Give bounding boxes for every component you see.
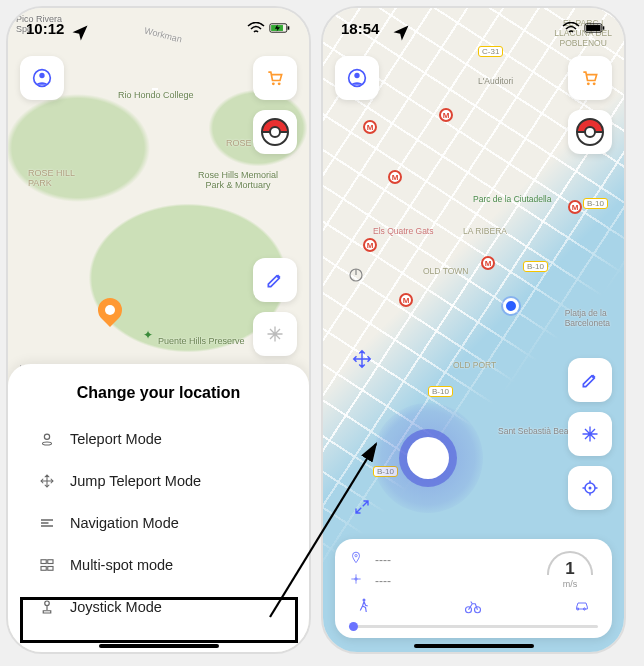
snowflake-button[interactable]: [253, 312, 297, 356]
expand-icon[interactable]: [353, 498, 371, 516]
speed-slider[interactable]: [349, 625, 598, 628]
metro-icon: M: [363, 238, 377, 252]
speed-gauge: 1 m/s: [542, 549, 598, 591]
mode-sheet: Change your location Teleport Mode Jump …: [8, 364, 309, 652]
car-icon[interactable]: [572, 597, 592, 619]
mode-multispot[interactable]: Multi-spot mode: [24, 544, 293, 586]
loc-value: ----: [375, 553, 391, 567]
svg-point-15: [45, 601, 50, 606]
mode-teleport[interactable]: Teleport Mode: [24, 418, 293, 460]
walk-icon[interactable]: [355, 597, 373, 619]
compass-small-icon: [349, 572, 365, 589]
metro-icon: M: [388, 170, 402, 184]
pin-small-icon: [349, 551, 365, 568]
cart-icon: [580, 68, 600, 88]
battery-icon: [584, 22, 606, 34]
status-bar: 10:12: [8, 14, 309, 42]
map-label: Rose Hills Memorial Park & Mortuary: [198, 170, 278, 190]
profile-button[interactable]: [20, 56, 64, 100]
phone-left: Pico Rivera Spo Workman Rio Hondo Colleg…: [6, 6, 311, 654]
speed-unit: m/s: [563, 579, 578, 589]
svg-point-10: [43, 442, 52, 445]
joystick-icon: [38, 598, 56, 616]
status-bar: 18:54: [323, 14, 624, 42]
wifi-icon: [562, 22, 580, 34]
pokeball-button[interactable]: [568, 110, 612, 154]
mode-label: Navigation Mode: [70, 515, 179, 531]
bike-icon[interactable]: [464, 597, 482, 619]
map-label: Sant Sebastià Beach: [498, 426, 577, 436]
home-indicator[interactable]: [414, 644, 534, 648]
location-arrow-icon: [391, 23, 411, 43]
svg-point-22: [354, 73, 359, 78]
profile-icon: [347, 68, 367, 88]
battery-icon: [269, 22, 291, 34]
profile-button[interactable]: [335, 56, 379, 100]
map-label: LA RIBERA: [463, 226, 507, 236]
speed-value: 1: [565, 559, 574, 579]
pokeball-button[interactable]: [253, 110, 297, 154]
status-time: 10:12: [26, 20, 64, 37]
map-label: ROSE HILL PARK: [28, 168, 75, 188]
move-icon[interactable]: [351, 348, 373, 370]
map-label: Platja de la Barceloneta: [565, 308, 610, 328]
svg-rect-2: [288, 26, 290, 29]
jump-icon: [38, 472, 56, 490]
svg-point-24: [593, 82, 596, 85]
map-label: Rio Hondo College: [118, 90, 194, 100]
metro-icon: M: [568, 200, 582, 214]
svg-point-29: [363, 599, 366, 602]
mode-label: Teleport Mode: [70, 431, 162, 447]
mode-jump[interactable]: Jump Teleport Mode: [24, 460, 293, 502]
metro-icon: M: [399, 293, 413, 307]
edit-icon: [580, 370, 600, 390]
metro-icon: M: [363, 120, 377, 134]
profile-icon: [32, 68, 52, 88]
svg-rect-19: [586, 25, 600, 31]
svg-rect-14: [48, 567, 53, 571]
crosshair-icon: [580, 478, 600, 498]
wifi-icon: [247, 22, 265, 34]
dir-value: ----: [375, 574, 391, 588]
svg-point-6: [278, 82, 281, 85]
road-badge: C-31: [478, 46, 503, 57]
home-indicator[interactable]: [99, 644, 219, 648]
svg-point-9: [44, 434, 49, 439]
edit-button[interactable]: [568, 358, 612, 402]
power-icon: [347, 266, 365, 284]
status-time: 18:54: [341, 20, 379, 37]
multispot-icon: [38, 556, 56, 574]
svg-rect-11: [41, 560, 46, 564]
svg-point-5: [272, 82, 275, 85]
mode-navigation[interactable]: Navigation Mode: [24, 502, 293, 544]
mode-label: Jump Teleport Mode: [70, 473, 201, 489]
svg-point-23: [587, 82, 590, 85]
cart-icon: [265, 68, 285, 88]
metro-icon: M: [481, 256, 495, 270]
cart-button[interactable]: [568, 56, 612, 100]
pokeball-icon: [576, 118, 604, 146]
joystick-control[interactable]: [373, 403, 483, 513]
map-label: OLD PORT: [453, 360, 496, 370]
road-badge: B-10: [523, 261, 548, 272]
map-label: OLD TOWN: [423, 266, 469, 276]
svg-point-26: [589, 487, 592, 490]
svg-rect-13: [41, 567, 46, 571]
edit-button[interactable]: [253, 258, 297, 302]
map-label: Parc de la Ciutadella: [473, 194, 551, 204]
snowflake-icon: [580, 424, 600, 444]
cart-button[interactable]: [253, 56, 297, 100]
svg-rect-12: [48, 560, 53, 564]
map-label: Puente Hills Preserve: [158, 336, 245, 346]
current-location-dot: [503, 298, 519, 314]
snowflake-icon: [265, 324, 285, 344]
svg-point-4: [39, 73, 44, 78]
road-badge: B-10: [428, 386, 453, 397]
locate-button[interactable]: [568, 466, 612, 510]
mode-joystick[interactable]: Joystick Mode: [24, 586, 293, 628]
road-badge: B-10: [583, 198, 608, 209]
snowflake-button[interactable]: [568, 412, 612, 456]
mode-label: Multi-spot mode: [70, 557, 173, 573]
edit-icon: [265, 270, 285, 290]
location-arrow-icon: [70, 23, 90, 43]
